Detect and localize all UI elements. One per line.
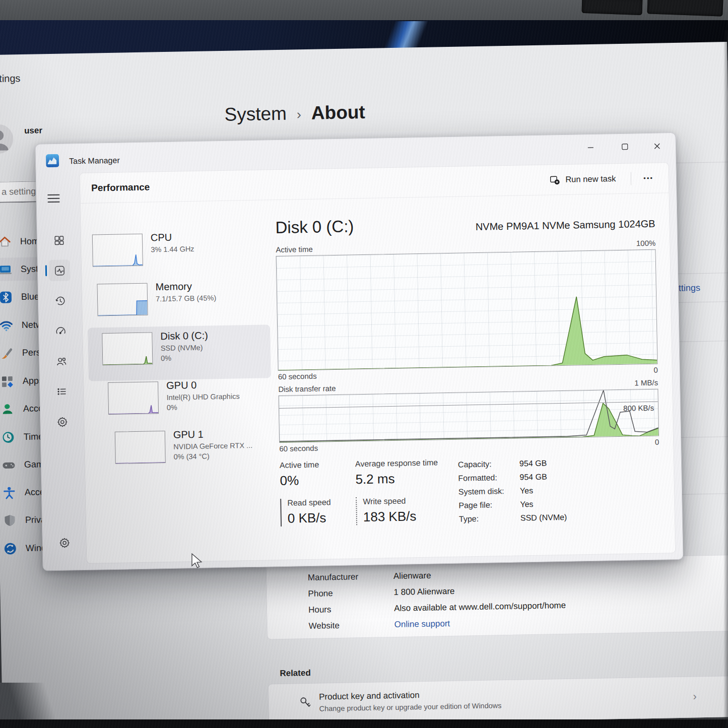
kv-value: 954 GB xyxy=(519,458,547,468)
avatar[interactable] xyxy=(0,124,14,154)
run-new-task-label: Run new task xyxy=(565,174,616,184)
kv-value: Yes xyxy=(520,486,533,495)
disk-stats: Active time 0% Average response time 5.2… xyxy=(280,454,660,529)
tab-details[interactable] xyxy=(51,380,73,402)
active-time-xleft: 60 seconds xyxy=(278,372,317,381)
perf-item-memory[interactable]: Memory 7.1/15.7 GB (45%) xyxy=(93,281,272,328)
run-new-task-button[interactable]: Run new task xyxy=(542,169,623,189)
page-title: About xyxy=(311,102,366,124)
perf-name: Memory xyxy=(155,280,216,293)
support-label: Phone xyxy=(308,587,393,599)
disk-properties: Capacity:954 GB Formatted:954 GB System … xyxy=(458,456,567,526)
processes-icon xyxy=(53,234,64,246)
gear-icon xyxy=(58,537,70,548)
tab-performance[interactable] xyxy=(49,259,71,281)
transfer-xleft: 60 seconds xyxy=(279,444,318,453)
support-label: Manufacturer xyxy=(308,571,393,583)
active-time-chart-label: Active time xyxy=(276,245,313,254)
avg-response-stat-label: Average response time xyxy=(355,458,446,469)
keyboard-keys xyxy=(577,0,728,21)
app-history-icon xyxy=(54,295,65,306)
home-icon xyxy=(0,235,12,248)
write-speed-value: 183 KB/s xyxy=(363,508,447,525)
disk-detail-panel: Disk 0 (C:) NVMe PM9A1 NVMe Samsung 1024… xyxy=(275,212,660,529)
more-options-button[interactable]: ••• xyxy=(639,171,657,185)
perf-name: GPU 0 xyxy=(166,378,239,391)
memory-mini-graph xyxy=(97,283,148,316)
network-icon xyxy=(0,318,13,332)
active-time-ymax: 100% xyxy=(636,239,656,248)
tab-app-history[interactable] xyxy=(49,290,71,311)
active-time-chart-svg xyxy=(277,250,657,370)
breadcrumb: System › About xyxy=(224,102,365,125)
related-section-header: Related xyxy=(280,668,311,679)
task-manager-window: Task Manager xyxy=(35,133,684,571)
task-manager-app-icon xyxy=(46,154,59,167)
kv-label: Page file: xyxy=(458,500,520,510)
transfer-chart-svg xyxy=(279,389,659,442)
perf-item-cpu[interactable]: CPU 3% 1.44 GHz xyxy=(92,231,271,279)
personalization-icon xyxy=(0,346,14,360)
perf-item-disk0[interactable]: Disk 0 (C:) SSD (NVMe) 0% xyxy=(94,330,272,377)
perf-sub2: 0% xyxy=(161,354,209,363)
tab-users[interactable] xyxy=(50,350,72,372)
active-time-stat-label: Active time xyxy=(280,459,355,470)
perf-sub2: 0% xyxy=(167,402,240,412)
perf-item-gpu0[interactable]: GPU 0 Intel(R) UHD Graphics 0% xyxy=(95,379,273,427)
startup-apps-icon xyxy=(54,325,66,337)
product-key-subtitle: Change product key or upgrade your editi… xyxy=(319,701,501,712)
avg-response-stat-value: 5.2 ms xyxy=(355,470,446,487)
perf-sub: 7.1/15.7 GB (45%) xyxy=(156,294,216,303)
screen-right-edge xyxy=(723,30,728,728)
breadcrumb-separator: › xyxy=(297,107,302,122)
tab-services[interactable] xyxy=(51,411,73,432)
privacy-shield-icon xyxy=(3,513,17,527)
disk-mini-graph xyxy=(102,332,153,365)
kv-value: 954 GB xyxy=(519,472,547,482)
selected-accent-bar xyxy=(45,265,47,276)
support-value: Alienware xyxy=(393,571,431,581)
desk-corner xyxy=(0,683,60,722)
maximize-button[interactable] xyxy=(610,134,639,159)
transfer-xright: 0 xyxy=(655,438,659,446)
system-icon xyxy=(0,262,12,276)
performance-tab-title: Performance xyxy=(91,181,150,193)
screen-bottom-bezel xyxy=(0,719,728,728)
settings-window-title: Settings xyxy=(0,73,21,85)
apps-icon xyxy=(1,374,14,388)
tab-processes[interactable] xyxy=(48,229,70,251)
user-avatar-icon xyxy=(0,124,14,154)
support-value: 1 800 Alienware xyxy=(393,586,454,598)
active-time-stat-value: 0% xyxy=(280,472,356,489)
close-button[interactable] xyxy=(642,133,672,159)
perf-name: CPU xyxy=(151,231,194,244)
tab-startup-apps[interactable] xyxy=(50,320,72,342)
support-value: Also available at www.dell.com/support/h… xyxy=(394,601,566,614)
performance-content-card: Performance Run new task ••• xyxy=(80,162,676,564)
run-new-task-icon xyxy=(549,174,560,185)
windows-update-icon xyxy=(4,542,17,555)
accounts-icon xyxy=(1,402,15,416)
disk-transfer-rate-chart: 800 KB/s xyxy=(279,389,659,443)
details-icon xyxy=(56,385,68,397)
task-manager-settings-button[interactable] xyxy=(53,532,75,553)
perf-item-gpu1[interactable]: GPU 1 NVIDIA GeForce RTX ... 0% (34 °C) xyxy=(96,429,274,476)
minimize-button[interactable] xyxy=(575,134,605,160)
account-user-name: user xyxy=(24,125,42,136)
hamburger-menu-icon[interactable] xyxy=(47,194,59,204)
perf-name: GPU 1 xyxy=(173,428,252,441)
product-key-title: Product key and activation xyxy=(319,690,420,702)
kv-value: SSD (NVMe) xyxy=(520,512,567,522)
time-language-icon xyxy=(2,430,15,444)
services-icon xyxy=(56,416,68,427)
disk-device-name: NVMe PM9A1 NVMe Samsung 1024GB xyxy=(476,218,655,234)
perf-name: Disk 0 (C:) xyxy=(160,330,208,343)
active-time-chart xyxy=(276,249,658,371)
breadcrumb-parent[interactable]: System xyxy=(224,103,287,125)
chevron-right-icon: › xyxy=(693,690,697,703)
gpu1-mini-graph xyxy=(115,431,166,464)
online-support-link[interactable]: Online support xyxy=(394,619,450,630)
key-icon xyxy=(299,696,312,709)
support-label: Hours xyxy=(308,604,394,615)
perf-sub: 3% 1.44 GHz xyxy=(151,245,194,254)
